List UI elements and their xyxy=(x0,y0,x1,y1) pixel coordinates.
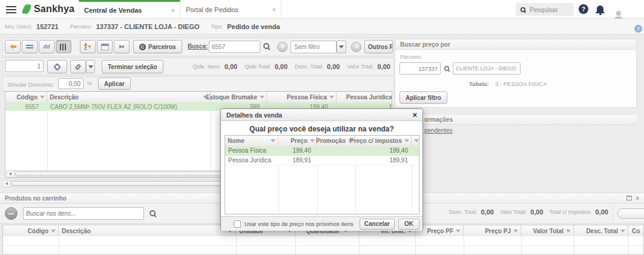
column-header-codigo[interactable]: Código xyxy=(5,92,47,102)
items-view-button[interactable]: dd xyxy=(39,40,54,53)
close-panel-icon[interactable]: × xyxy=(636,195,639,202)
filter-funnel-icon[interactable] xyxy=(404,139,409,142)
cart-grid-body[interactable] xyxy=(3,236,644,255)
modal-row-pessoa-fisica[interactable]: Pessoa Física 199,40 199,40 xyxy=(225,146,419,156)
info-panel-header: ormações xyxy=(395,115,637,125)
cancel-button[interactable]: Cancelar xyxy=(360,219,395,230)
simular-desconto-input[interactable] xyxy=(58,78,84,89)
modal-title-bar[interactable]: Detalhes da venda × xyxy=(221,109,422,121)
sankhya-logo[interactable]: Sankhya xyxy=(23,4,74,15)
use-price-checkbox[interactable] xyxy=(234,220,241,228)
add-with-tag-button[interactable] xyxy=(47,60,67,73)
filter-funnel-icon[interactable] xyxy=(260,96,264,99)
scroll-left-button[interactable] xyxy=(7,171,15,177)
aplicar-filtro-button[interactable]: Aplicar filtro xyxy=(399,91,447,104)
ok-button[interactable]: OK xyxy=(398,219,419,230)
column-label: Estoque Brumake xyxy=(206,94,257,101)
filter-select[interactable]: Sem filtro xyxy=(291,41,337,53)
cart-col-desc-total[interactable]: Desc. Total xyxy=(574,225,628,236)
pendentes-link[interactable]: pendentes xyxy=(424,127,453,134)
cart-col-descricao[interactable]: Descrição xyxy=(59,225,236,236)
tabela-label: Tabela: xyxy=(469,81,489,87)
filter-funnel-icon[interactable] xyxy=(513,230,518,233)
global-search[interactable]: Pesquisar xyxy=(516,3,574,16)
restore-panel-icon[interactable] xyxy=(626,196,632,200)
cart-search-button[interactable] xyxy=(149,210,156,217)
sort-az-button[interactable]: AZ xyxy=(80,40,96,53)
cart-search-input[interactable] xyxy=(23,207,144,220)
column-header-descricao[interactable]: Descrição xyxy=(47,92,211,102)
tab-label: Portal de Pedidos xyxy=(186,6,272,13)
filter-clear-button[interactable] xyxy=(277,42,288,52)
qtde-itens-value: 0,00 xyxy=(225,63,237,70)
column-header-pessoa-fisica[interactable]: Pessoa Física xyxy=(267,92,337,102)
column-header-estoque[interactable]: Estoque Brumake xyxy=(211,92,267,102)
notifications-bell-icon[interactable] xyxy=(597,5,603,12)
quantity-input[interactable] xyxy=(5,60,44,72)
search-icon xyxy=(149,210,156,217)
cart-col-valor-total[interactable]: Valor Total xyxy=(521,225,574,236)
column-header-pessoa-juridica[interactable]: Pessoa Jurídica xyxy=(337,92,392,102)
filter-funnel-icon[interactable] xyxy=(40,96,45,99)
settings-list-button[interactable] xyxy=(22,40,38,53)
grid-view-button[interactable] xyxy=(56,40,71,53)
tab-portal-de-pedidos[interactable]: Portal de Pedidos × xyxy=(181,0,281,19)
filter-funnel-icon[interactable] xyxy=(414,139,419,142)
terminar-selecao-button[interactable]: Terminar seleção xyxy=(102,60,163,73)
filter-funnel-icon[interactable] xyxy=(329,96,334,99)
help-icon[interactable]: ? xyxy=(579,4,588,14)
calendar-icon xyxy=(101,44,109,50)
outros-filtros-button[interactable]: Outros Filt xyxy=(364,40,393,53)
barcode-grid-icon xyxy=(60,44,67,50)
scroll-left-button[interactable] xyxy=(3,180,11,187)
filter-select-value: Sem filtro xyxy=(294,44,333,50)
tab-central-de-vendas[interactable]: Central de Vendas × xyxy=(79,0,180,19)
column-label: Preço c/ impostos xyxy=(350,137,402,144)
filter-funnel-icon[interactable] xyxy=(310,139,315,142)
modal-col-impostos[interactable]: Preço c/ impostos xyxy=(355,136,412,146)
calendar-button[interactable] xyxy=(97,40,113,53)
filter-refresh-button[interactable] xyxy=(351,42,361,52)
cart-remove-button[interactable] xyxy=(5,207,18,220)
parceiro-name-input[interactable] xyxy=(453,62,521,75)
modal-close-icon[interactable]: × xyxy=(412,111,417,119)
tab-label: Central de Vendas xyxy=(84,7,171,14)
parceiro-search-button[interactable] xyxy=(443,65,450,72)
modal-col-preco[interactable]: Preço xyxy=(278,136,317,146)
hamburger-menu-icon[interactable] xyxy=(6,4,16,15)
global-search-placeholder: Pesquisar xyxy=(530,6,558,13)
filter-funnel-icon[interactable] xyxy=(271,139,275,142)
tab-close-icon[interactable]: × xyxy=(272,6,276,13)
filter-funnel-icon[interactable] xyxy=(456,230,461,233)
busca-input[interactable] xyxy=(209,41,260,53)
modal-col-nome[interactable]: Nome xyxy=(225,136,278,146)
parceiros-button[interactable]: C Parceiros xyxy=(133,40,182,53)
help-bubble-icon[interactable]: ? xyxy=(634,25,642,33)
tag-options-button[interactable] xyxy=(70,60,86,73)
filter-funnel-icon[interactable] xyxy=(51,230,56,233)
scroll-left-icon xyxy=(9,172,12,176)
scroll-left-icon xyxy=(5,182,8,185)
cart-counter-badge[interactable]: 0 xyxy=(617,208,644,219)
busca-search-button[interactable] xyxy=(263,42,270,50)
use-price-checkbox-label: Usar este tipo de preço nos próximos ite… xyxy=(245,220,353,227)
back-button[interactable] xyxy=(5,40,21,53)
parceiro-code-input[interactable] xyxy=(399,62,441,75)
discount-button[interactable]: ✂ xyxy=(114,40,130,53)
modal-row-pessoa-juridica[interactable]: Pessoa Jurídica 189,91 189,91 xyxy=(225,156,419,165)
filter-select-caret-button[interactable] xyxy=(337,41,346,53)
tab-close-icon[interactable]: × xyxy=(171,7,175,14)
cart-col-codigo[interactable]: Código xyxy=(3,225,59,236)
buscar-preco-header: Buscar preço por xyxy=(395,39,636,50)
filter-funnel-icon[interactable] xyxy=(620,230,625,233)
modal-col-clipped[interactable] xyxy=(412,136,419,146)
column-label: Preço PJ xyxy=(485,228,511,234)
cart-impostos-label: Total c/ Impostos: xyxy=(550,209,592,215)
aplicar-button[interactable]: Aplicar xyxy=(98,78,131,90)
terminar-selecao-label: Terminar seleção xyxy=(108,64,157,70)
cell-preco: 189,91 xyxy=(278,156,317,165)
cart-col-clipped[interactable]: Co xyxy=(628,225,644,236)
filter-funnel-icon[interactable] xyxy=(566,230,571,233)
tag-dropdown-button[interactable] xyxy=(86,60,95,73)
cart-col-preco-pj[interactable]: Preço PJ xyxy=(464,225,521,236)
